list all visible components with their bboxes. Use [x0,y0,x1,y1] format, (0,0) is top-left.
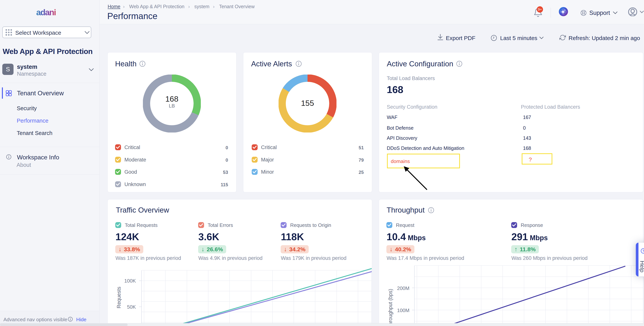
svg-text:?: ? [642,249,644,253]
